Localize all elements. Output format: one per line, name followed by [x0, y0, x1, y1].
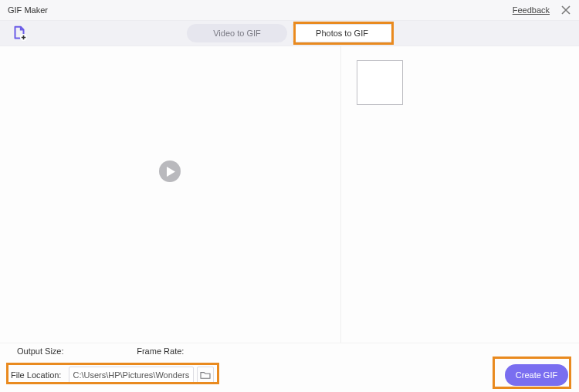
tab-photos-to-gif[interactable]: Photos to GIF [292, 24, 392, 42]
output-size-label: Output Size: [17, 346, 106, 356]
file-location-group: File Location: C:\Users\HP\Pictures\Wond… [11, 367, 214, 384]
feedback-link[interactable]: Feedback [513, 5, 550, 15]
frame-rate-label: Frame Rate: [137, 346, 253, 356]
thumbnail-item[interactable] [357, 60, 403, 105]
folder-icon[interactable] [197, 367, 214, 384]
file-location-select[interactable]: C:\Users\HP\Pictures\Wondersh [69, 367, 194, 384]
content-area [0, 46, 579, 343]
preview-pane [0, 46, 341, 343]
close-icon[interactable] [560, 5, 571, 15]
create-gif-button[interactable]: Create GIF [505, 364, 568, 386]
title-bar: GIF Maker Feedback [0, 0, 579, 20]
thumbnail-pane [341, 46, 579, 343]
file-location-label: File Location: [11, 370, 61, 380]
mode-tabs: Video to GIF Photos to GIF [187, 24, 392, 42]
toolbar: Video to GIF Photos to GIF [0, 20, 579, 46]
tab-video-to-gif[interactable]: Video to GIF [187, 24, 287, 42]
app-title: GIF Maker [8, 5, 48, 15]
add-file-icon[interactable] [11, 25, 28, 42]
bottom-bar: File Location: C:\Users\HP\Pictures\Wond… [0, 358, 579, 392]
play-icon[interactable] [159, 161, 181, 182]
